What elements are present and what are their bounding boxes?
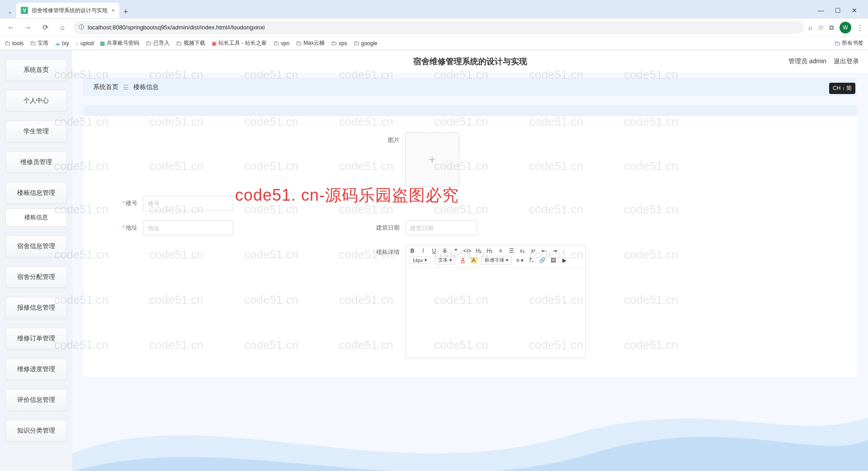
bookmark-item[interactable]: ▦共享账号密码 [100, 39, 139, 47]
app-title: 宿舍维修管理系统的设计与实现 [413, 56, 527, 67]
form-row-detail: 楼栋详情 B I U S ❝ </> H₁ H₂ ≡ ☰ [363, 245, 839, 358]
vue-favicon: V [21, 7, 28, 14]
bookmark-item[interactable]: ▣站长工具 - 站长之家 [212, 39, 267, 47]
list-unordered-icon[interactable]: ☰ [508, 248, 514, 254]
breadcrumb-sep-icon: ☰ [123, 84, 129, 91]
address-bar: ← → ⟳ ⌂ ⓘ localhost:8080/springbootsq95x… [0, 18, 868, 36]
bookmark-item[interactable]: ○uplod [75, 40, 94, 47]
h1-icon[interactable]: H₁ [476, 248, 482, 254]
sidebar-item-dorm-assign[interactable]: 宿舍分配管理 [5, 266, 67, 288]
sidebar-item-dorm-info[interactable]: 宿舍信息管理 [5, 236, 67, 257]
sidebar-item-review-info[interactable]: 评价信息管理 [5, 389, 67, 411]
window-controls: — ☐ ✕ [811, 3, 864, 18]
url-text: localhost:8080/springbootsq95x/admin/dis… [88, 24, 265, 31]
bookmark-item[interactable]: 🗀宝塔 [30, 39, 48, 47]
tab-bar: ⌄ V 宿舍维修管理系统的设计与实现 × + — ☐ ✕ [0, 0, 868, 18]
sheet-icon: ▦ [100, 40, 105, 47]
list-ordered-icon[interactable]: ≡ [497, 248, 504, 254]
quote-icon[interactable]: ❝ [453, 248, 459, 254]
image-icon[interactable]: 🖼 [550, 257, 557, 264]
bookmark-item[interactable]: 🗀vpn [273, 40, 289, 47]
video-icon[interactable]: ▶ [561, 257, 567, 264]
folder-icon: 🗀 [5, 40, 10, 47]
building-no-input[interactable] [143, 196, 233, 211]
bookmark-item[interactable]: 🗀视频下载 [176, 39, 205, 47]
sidebar-item-repair-order[interactable]: 维修订单管理 [5, 328, 67, 349]
tab-title: 宿舍维修管理系统的设计与实现 [32, 7, 108, 14]
sidebar-item-repairers[interactable]: 维修员管理 [5, 151, 67, 173]
all-bookmarks[interactable]: 🗀所有书签 [834, 39, 863, 47]
ime-indicator[interactable]: CH ↓ 简 [829, 83, 855, 94]
sidebar-item-repair-progress[interactable]: 维修进度管理 [5, 358, 67, 380]
app-header: 宿舍维修管理系统的设计与实现 管理员 admin 退出登录 [72, 50, 868, 73]
underline-icon[interactable]: U [431, 248, 437, 254]
bookmark-item[interactable]: ☁txy [55, 40, 69, 47]
browser-chrome: ⌄ V 宿舍维修管理系统的设计与实现 × + — ☐ ✕ ← → ⟳ ⌂ ⓘ l… [0, 0, 868, 50]
address-input[interactable] [143, 220, 233, 236]
bookmark-item[interactable]: 🗀Max云梯 [296, 39, 325, 47]
form-row-build-date: 建筑日期 [363, 220, 839, 236]
tab-list-dropdown[interactable]: ⌄ [4, 5, 16, 18]
app-root: 系统首页 个人中心 学生管理 维修员管理 楼栋信息管理 楼栋信息 宿舍信息管理 … [0, 50, 868, 471]
strike-icon[interactable]: S [442, 248, 448, 254]
site-info-icon[interactable]: ⓘ [79, 24, 84, 31]
bold-icon[interactable]: B [409, 248, 415, 254]
link-icon[interactable]: 🔗 [539, 257, 546, 264]
indent-right-icon[interactable]: ⇥ [552, 248, 558, 254]
sub-icon[interactable]: x₂ [519, 248, 525, 254]
sidebar-item-knowledge[interactable]: 知识分类管理 [5, 420, 67, 442]
breadcrumb-home[interactable]: 系统首页 [93, 83, 118, 91]
home-icon[interactable]: ⌂ [56, 21, 69, 34]
breadcrumb: 系统首页 ☰ 楼栋信息 [83, 78, 857, 96]
sidebar-item-building-info[interactable]: 楼栋信息管理 [5, 182, 67, 204]
bookmark-item[interactable]: 🗀google [354, 40, 377, 47]
sidebar-item-repair-request[interactable]: 报修信息管理 [5, 297, 67, 319]
align-select[interactable]: ≡ ▾ [516, 257, 524, 264]
editor-content[interactable] [406, 268, 585, 358]
chrome-menu-icon[interactable]: ⋮ [857, 24, 863, 32]
clear-format-icon[interactable]: Tₓ [528, 257, 534, 264]
url-field[interactable]: ⓘ localhost:8080/springbootsq95x/admin/d… [73, 21, 804, 34]
sidebar-sub-building-info[interactable]: 楼栋信息 [5, 208, 67, 226]
font-color-icon[interactable]: A [460, 257, 466, 264]
bookmark-star-icon[interactable]: ☆ [818, 24, 824, 32]
h2-icon[interactable]: H₂ [486, 248, 493, 254]
profile-avatar[interactable]: W [840, 22, 851, 33]
italic-icon[interactable]: I [420, 248, 426, 254]
image-upload[interactable]: + [405, 132, 459, 187]
indent-left-icon[interactable]: ⇤ [541, 248, 547, 254]
back-icon[interactable]: ← [5, 21, 17, 34]
forward-icon[interactable]: → [22, 21, 34, 34]
minimize-icon[interactable]: — [818, 7, 824, 14]
sidebar-item-students[interactable]: 学生管理 [5, 121, 67, 142]
editor-toolbar: B I U S ❝ </> H₁ H₂ ≡ ☰ x₂ x² ⇤ [406, 245, 585, 268]
close-window-icon[interactable]: ✕ [852, 7, 857, 14]
tab-close-icon[interactable]: × [111, 7, 115, 14]
text-type-select[interactable]: 文本 ▾ [435, 256, 455, 264]
bookmark-item[interactable]: 🗀vps [331, 40, 347, 47]
font-family-select[interactable]: 标准字体 ▾ [481, 256, 512, 264]
logout-link[interactable]: 退出登录 [834, 57, 859, 66]
image-label: 图片 [363, 132, 400, 144]
bookmark-item[interactable]: 🗀已导入 [146, 39, 170, 47]
sidebar-item-home[interactable]: 系统首页 [5, 59, 67, 81]
code-icon[interactable]: </> [463, 248, 471, 254]
sup-icon[interactable]: x² [530, 248, 536, 254]
user-label[interactable]: 管理员 admin [788, 57, 826, 66]
font-size-select[interactable]: 14px ▾ [409, 256, 430, 264]
detail-label: 楼栋详情 [363, 245, 400, 256]
address-label: 地址 [126, 224, 137, 231]
bookmark-item[interactable]: 🗀tools [5, 40, 24, 47]
key-icon[interactable]: ⌕ [808, 24, 812, 31]
reload-icon[interactable]: ⟳ [39, 21, 52, 34]
form-row-image: 图片 + [363, 132, 839, 187]
new-tab-button[interactable]: + [119, 5, 132, 18]
bg-color-icon[interactable]: A [471, 257, 477, 264]
cloud-icon: ☁ [55, 40, 60, 47]
browser-tab[interactable]: V 宿舍维修管理系统的设计与实现 × [16, 3, 119, 18]
sidebar-item-profile[interactable]: 个人中心 [5, 90, 67, 112]
maximize-icon[interactable]: ☐ [835, 7, 841, 14]
build-date-input[interactable] [405, 220, 477, 236]
extensions-icon[interactable]: ⧉ [829, 24, 834, 32]
tool-icon: ▣ [212, 40, 217, 47]
